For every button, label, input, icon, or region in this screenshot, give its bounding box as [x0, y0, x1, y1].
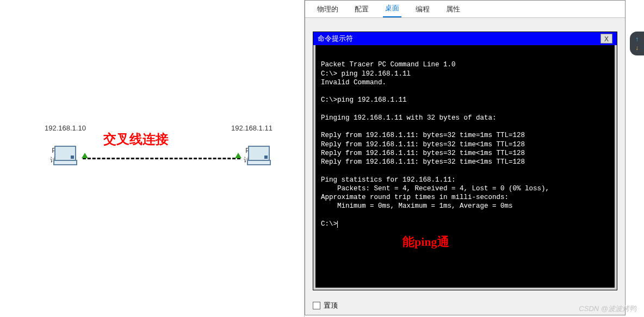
crossover-cable — [83, 158, 240, 159]
always-on-top-label: 置顶 — [324, 301, 338, 310]
ip-label-pc1: 192.168.1.11 — [231, 124, 273, 132]
arrow-down-icon: ↓ — [635, 44, 639, 52]
ip-label-pc0: 192.168.1.10 — [45, 124, 86, 132]
command-prompt-window: 命令提示符 X Packet Tracer PC Command Line 1.… — [313, 32, 617, 290]
tab-desktop[interactable]: 桌面 — [383, 0, 401, 17]
tab-config[interactable]: 配置 — [352, 1, 371, 17]
pc1-device[interactable]: PC-PT 计算机1 — [244, 146, 267, 165]
computer-icon — [244, 146, 274, 167]
tab-programming[interactable]: 编程 — [413, 1, 432, 17]
config-tabs: 物理的 配置 桌面 编程 属性 — [305, 1, 625, 18]
topology-canvas: 192.168.1.10 192.168.1.11 交叉线连接 PC-PT 计算… — [0, 0, 305, 317]
close-button[interactable]: X — [600, 34, 612, 43]
computer-icon — [50, 146, 81, 167]
cmd-title-text: 命令提示符 — [318, 34, 353, 43]
tab-physical[interactable]: 物理的 — [315, 1, 340, 17]
always-on-top-row: 置顶 — [313, 301, 338, 310]
watermark: CSDN @波波烤鸭 — [579, 304, 636, 314]
arrow-up-icon: ↑ — [635, 35, 639, 43]
always-on-top-checkbox[interactable] — [313, 302, 320, 309]
ping-ok-annotation: 能ping通 — [403, 234, 449, 250]
cable-label: 交叉线连接 — [103, 130, 169, 148]
device-config-panel: 物理的 配置 桌面 编程 属性 命令提示符 X Packet Tracer PC… — [305, 0, 626, 315]
link-up-dot-left — [82, 153, 88, 158]
tab-attributes[interactable]: 属性 — [444, 1, 462, 17]
link-up-dot-right — [235, 153, 242, 158]
cmd-terminal[interactable]: Packet Tracer PC Command Line 1.0 C:\> p… — [313, 45, 617, 290]
side-badge[interactable]: ↑ ↓ — [630, 32, 644, 55]
cmd-titlebar: 命令提示符 X — [313, 32, 617, 45]
pc0-device[interactable]: PC-PT 计算机0 — [50, 146, 73, 165]
cursor-icon — [337, 221, 338, 228]
cmd-output: Packet Tracer PC Command Line 1.0 C:\> p… — [321, 61, 549, 228]
